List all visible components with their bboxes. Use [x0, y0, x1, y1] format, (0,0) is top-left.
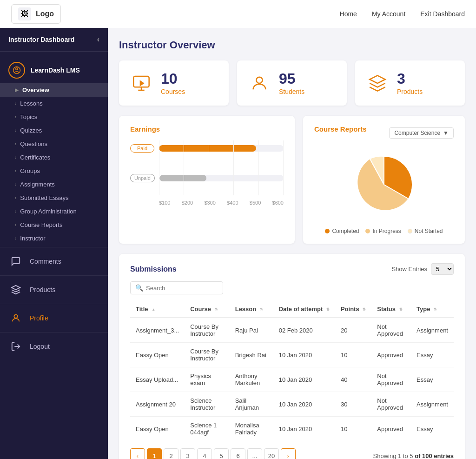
page-btn-3[interactable]: 3 [180, 448, 195, 459]
sort-title-icon[interactable]: ▲ [152, 308, 155, 312]
page-btn-5[interactable]: 5 [214, 448, 229, 459]
next-page-button[interactable]: › [281, 448, 296, 459]
sort-course-icon[interactable]: ⇅ [215, 308, 218, 312]
earnings-chart: Paid Unpaid [130, 140, 284, 209]
sidebar-item-group-admin[interactable]: › Group Administration [0, 205, 108, 218]
cell-status-3: Not Approved [371, 392, 411, 417]
logo-area[interactable]: 🖼 Logo [11, 4, 61, 24]
sort-status-icon[interactable]: ⇅ [399, 308, 403, 312]
nav-home[interactable]: Home [340, 10, 357, 18]
sidebar-item-certificates[interactable]: › Certificates [0, 151, 108, 164]
top-navigation: 🖼 Logo Home My Account Exit Dashboard [0, 0, 476, 28]
stat-card-courses: 10 Courses [119, 60, 229, 106]
sidebar-nav-profile[interactable]: Profile [0, 304, 108, 332]
unpaid-bar-row: Unpaid [130, 174, 284, 182]
sidebar-item-instructor[interactable]: › Instructor [0, 232, 108, 245]
sidebar-item-course-reports[interactable]: › Course Reports [0, 218, 108, 232]
submissions-card: Submissions Show Entries 5 10 25 🔍 [119, 254, 465, 459]
page-btn-20[interactable]: 20 [264, 448, 279, 459]
profile-icon [8, 311, 23, 326]
pagination-info: Showing 1 to 5 of 100 entries [373, 452, 454, 459]
sidebar-title: Instructor Dashboard [8, 36, 74, 43]
unpaid-bar-fill [159, 175, 207, 181]
chevron-icon: › [15, 128, 16, 133]
cell-course-1: Course By Instructor [185, 343, 229, 367]
cell-date-2: 10 Jan 2020 [273, 367, 335, 392]
sidebar-item-assignments[interactable]: › Assignments [0, 178, 108, 191]
svg-marker-2 [12, 286, 20, 290]
sort-date-icon[interactable]: ⇅ [326, 308, 330, 312]
sidebar-nav-products[interactable]: Products [0, 275, 108, 304]
students-number: 95 [279, 71, 304, 87]
courses-number: 10 [161, 71, 185, 87]
cell-title-0: Assignment_3... [130, 318, 185, 343]
cell-points-3: 30 [335, 392, 371, 417]
page-btn-2[interactable]: 2 [164, 448, 178, 459]
nav-links: Home My Account Exit Dashboard [340, 10, 465, 18]
sidebar-item-groups[interactable]: › Groups [0, 164, 108, 178]
x-label-0: $100 [159, 200, 170, 206]
sort-points-icon[interactable]: ⇅ [363, 308, 366, 312]
sidebar-item-questions[interactable]: › Questions [0, 137, 108, 151]
svg-point-3 [14, 315, 17, 318]
entries-select[interactable]: 5 10 25 [431, 263, 454, 275]
chevron-icon: › [15, 195, 16, 200]
courses-icon [130, 72, 152, 94]
paid-bar-row: Paid [130, 144, 284, 153]
cell-type-0: Assignment [411, 318, 454, 343]
sidebar-item-submitted-essays[interactable]: › Submitted Essays [0, 191, 108, 205]
sidebar: Instructor Dashboard ‹ LearnDash LMS ▶ O… [0, 28, 108, 459]
products-label: Products [397, 88, 423, 95]
svg-marker-8 [370, 75, 385, 83]
table-row: Assignment_3... Course By Instructor Raj… [130, 318, 454, 343]
nav-exit-dashboard[interactable]: Exit Dashboard [420, 10, 465, 18]
unpaid-label: Unpaid [130, 174, 155, 182]
stat-card-products: 3 Products [355, 60, 465, 106]
x-label-1: $200 [182, 200, 193, 206]
courses-label: Courses [161, 88, 185, 95]
prev-page-button[interactable]: ‹ [130, 448, 145, 459]
table-row: Eassy Open Course By Instructor Brigesh … [130, 343, 454, 367]
sort-type-icon[interactable]: ⇅ [434, 308, 437, 312]
courses-stat-info: 10 Courses [161, 71, 185, 95]
sidebar-nav-logout[interactable]: Logout [0, 332, 108, 360]
sidebar-brand-section: LearnDash LMS ▶ Overview › Lessons › Top… [0, 52, 108, 247]
chevron-icon: › [15, 101, 16, 106]
cell-title-4: Eassy Open [130, 417, 185, 441]
charts-row: Earnings Paid [119, 116, 465, 244]
sidebar-item-quizzes[interactable]: › Quizzes [0, 124, 108, 137]
sidebar-item-topics[interactable]: › Topics [0, 110, 108, 124]
nav-my-account[interactable]: My Account [372, 10, 405, 18]
products-stat-info: 3 Products [397, 71, 423, 95]
sidebar-item-overview[interactable]: ▶ Overview [0, 83, 108, 97]
sidebar-nav-comments[interactable]: Comments [0, 247, 108, 275]
sort-lesson-icon[interactable]: ⇅ [260, 308, 263, 312]
chevron-icon: › [15, 222, 16, 227]
chevron-icon: › [15, 141, 16, 146]
sidebar-collapse-button[interactable]: ‹ [97, 35, 99, 44]
page-btn-1[interactable]: 1 [147, 448, 162, 459]
sidebar-menu: ▶ Overview › Lessons › Topics › Quizzes … [0, 83, 108, 245]
page-btn-6[interactable]: 6 [231, 448, 245, 459]
comments-icon [8, 254, 23, 269]
course-select-dropdown[interactable]: Computer Science ▼ [389, 127, 454, 139]
page-btn-4[interactable]: 4 [197, 448, 212, 459]
cell-status-2: Not Approved [371, 367, 411, 392]
svg-point-7 [256, 77, 262, 83]
cell-title-3: Assignment 20 [130, 392, 185, 417]
cell-date-3: 10 Jan 2020 [273, 392, 335, 417]
search-input[interactable] [146, 285, 218, 292]
paid-bar-track [159, 145, 284, 152]
completed-dot [325, 229, 330, 233]
sidebar-item-lessons[interactable]: › Lessons [0, 97, 108, 110]
submissions-header: Submissions Show Entries 5 10 25 [130, 263, 454, 275]
cell-status-4: Approved [371, 417, 411, 441]
chevron-icon: › [15, 209, 16, 214]
earnings-card: Earnings Paid [119, 116, 295, 244]
in-progress-dot [365, 229, 370, 233]
search-icon: 🔍 [135, 284, 143, 292]
cell-points-0: 20 [335, 318, 371, 343]
cell-lesson-4: Monalisa Fairlady [230, 417, 273, 441]
not-started-dot [408, 229, 412, 233]
cell-type-3: Assignment [411, 392, 454, 417]
